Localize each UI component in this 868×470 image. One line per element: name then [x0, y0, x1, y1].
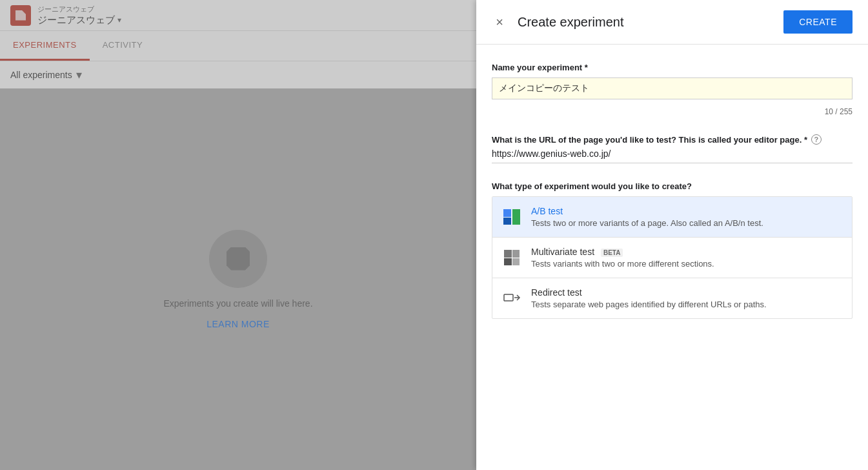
url-label: What is the URL of the page you'd like t…	[492, 134, 853, 145]
empty-state: Experiments you create will live here. L…	[0, 88, 476, 470]
char-count: 10 / 255	[492, 107, 853, 116]
redirect-type-name: Redirect test	[531, 287, 842, 298]
nav-tabs: EXPERIMENTS ACTIVITY	[0, 31, 476, 61]
app-subtitle: ジーニアスウェブ	[37, 5, 121, 14]
type-option-ab[interactable]: A/B test Tests two or more variants of a…	[492, 197, 852, 238]
create-button[interactable]: CREATE	[783, 10, 853, 34]
filter-label: All experiments	[10, 70, 72, 80]
url-value: https://www.genius-web.co.jp/	[492, 148, 853, 163]
redirect-type-info: Redirect test Tests separate web pages i…	[531, 287, 842, 309]
url-section: What is the URL of the page you'd like t…	[492, 134, 853, 163]
left-panel: ジーニアスウェブ ジーニアスウェブ ▾ EXPERIMENTS ACTIVITY…	[0, 0, 476, 470]
empty-state-text: Experiments you create will live here.	[163, 298, 312, 309]
type-options: A/B test Tests two or more variants of a…	[492, 196, 853, 319]
title-dropdown-arrow[interactable]: ▾	[117, 15, 121, 25]
ab-type-name: A/B test	[531, 206, 842, 216]
dialog-title: Create experiment	[518, 15, 624, 30]
app-logo	[10, 5, 31, 26]
redirect-test-icon	[503, 289, 521, 307]
type-option-multivariate[interactable]: Multivariate test BETA Tests variants wi…	[492, 238, 852, 278]
mv-type-info: Multivariate test BETA Tests variants wi…	[531, 247, 842, 269]
dialog-header: × Create experiment CREATE	[476, 0, 868, 45]
app-logo-icon	[15, 10, 26, 21]
close-button[interactable]: ×	[492, 14, 507, 30]
redirect-type-desc: Tests separate web pages identified by d…	[531, 300, 842, 309]
app-title: ジーニアスウェブ ▾	[37, 14, 121, 26]
type-option-redirect[interactable]: Redirect test Tests separate web pages i…	[492, 278, 852, 318]
dialog-header-left: × Create experiment	[492, 14, 624, 30]
filter-bar: All experiments ▾	[0, 61, 476, 88]
ab-type-info: A/B test Tests two or more variants of a…	[531, 206, 842, 228]
name-input-wrapper	[492, 77, 853, 99]
svg-rect-0	[504, 294, 513, 301]
app-title-text: ジーニアスウェブ	[37, 14, 115, 26]
dialog-body: Name your experiment * 10 / 255 What is …	[476, 45, 868, 470]
tab-activity[interactable]: ACTIVITY	[90, 31, 156, 61]
empty-state-icon-shape	[227, 247, 250, 271]
type-label: What type of experiment would you like t…	[492, 181, 853, 191]
beta-badge: BETA	[601, 249, 623, 257]
filter-select[interactable]: All experiments ▾	[10, 68, 82, 82]
mv-type-desc: Tests variants with two or more differen…	[531, 259, 842, 269]
multivariate-test-icon	[503, 249, 521, 267]
url-help-icon[interactable]: ?	[811, 134, 822, 145]
filter-arrow: ▾	[76, 68, 82, 82]
ab-type-desc: Tests two or more variants of a page. Al…	[531, 218, 842, 228]
experiment-name-input[interactable]	[492, 77, 853, 99]
create-experiment-dialog: × Create experiment CREATE Name your exp…	[476, 0, 868, 470]
tab-experiments[interactable]: EXPERIMENTS	[0, 31, 90, 61]
experiment-type-section: What type of experiment would you like t…	[492, 181, 853, 319]
mv-type-name: Multivariate test BETA	[531, 247, 842, 257]
app-title-group: ジーニアスウェブ ジーニアスウェブ ▾	[37, 5, 121, 26]
empty-state-icon	[209, 230, 267, 288]
name-section: Name your experiment * 10 / 255	[492, 63, 853, 116]
name-label: Name your experiment *	[492, 63, 853, 72]
ab-test-icon	[503, 208, 521, 226]
learn-more-link[interactable]: LEARN MORE	[207, 319, 270, 329]
top-bar: ジーニアスウェブ ジーニアスウェブ ▾	[0, 0, 476, 31]
